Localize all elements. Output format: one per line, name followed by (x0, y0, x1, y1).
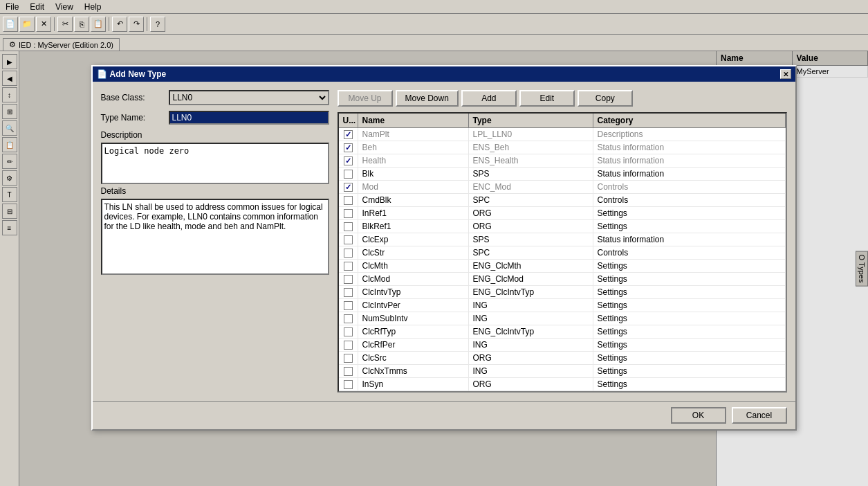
checkbox[interactable] (344, 380, 353, 389)
table-row[interactable]: ClcMthENG_ClcMthSettings (339, 260, 786, 273)
checkbox[interactable] (344, 183, 353, 192)
table-row[interactable]: ClcIntvTypENG_ClcIntvTypSettings (339, 286, 786, 299)
table-row[interactable]: NumSubIntvINGSettings (339, 312, 786, 325)
checkbox[interactable] (344, 367, 353, 376)
checkbox[interactable] (344, 341, 353, 350)
edit-button[interactable]: Edit (519, 90, 575, 107)
checkbox-cell[interactable] (339, 325, 358, 338)
toolbar-help-btn[interactable]: ? (150, 17, 165, 32)
table-row[interactable]: ModENC_ModControls (339, 181, 786, 194)
sidebar-btn-9[interactable]: T (2, 187, 17, 202)
sidebar-btn-8[interactable]: ⚙ (2, 170, 17, 186)
checkbox[interactable] (344, 275, 353, 284)
table-row[interactable]: InSynORGSettings (339, 378, 786, 391)
menu-help[interactable]: Help (82, 2, 104, 12)
toolbar-copy-btn[interactable]: ⎘ (74, 17, 89, 32)
menu-edit[interactable]: Edit (27, 2, 47, 12)
checkbox[interactable] (344, 249, 353, 258)
checkbox-cell[interactable] (339, 168, 358, 180)
checkbox-cell[interactable] (339, 141, 358, 154)
table-row[interactable]: BlkRef1ORGSettings (339, 220, 786, 233)
sidebar-btn-7[interactable]: ✏ (2, 154, 17, 169)
checkbox[interactable] (344, 196, 353, 205)
checkbox-cell[interactable] (339, 181, 358, 193)
cancel-button[interactable]: Cancel (732, 407, 787, 424)
checkbox[interactable] (344, 130, 353, 139)
checkbox[interactable] (344, 143, 353, 152)
table-row[interactable]: NamPltLPL_LLN0Descriptions (339, 128, 786, 141)
checkbox[interactable] (344, 301, 353, 310)
checkbox[interactable] (344, 354, 353, 363)
checkbox-cell[interactable] (339, 207, 358, 219)
checkbox-cell[interactable] (339, 194, 358, 206)
toolbar-new-btn[interactable]: 📄 (3, 17, 18, 32)
table-row[interactable]: CmdBlkSPCControls (339, 194, 786, 207)
copy-button[interactable]: Copy (578, 90, 633, 107)
checkbox[interactable] (344, 170, 353, 179)
checkbox-cell[interactable] (339, 339, 358, 351)
checkbox-cell[interactable] (339, 273, 358, 285)
sidebar-btn-5[interactable]: 🔍 (2, 120, 17, 136)
toolbar-cut-btn[interactable]: ✂ (57, 17, 73, 32)
table-row[interactable]: ClcStrSPCControls (339, 246, 786, 260)
add-button[interactable]: Add (461, 90, 517, 107)
sidebar-btn-1[interactable]: ▶ (2, 54, 17, 69)
dialog-close-button[interactable]: ✕ (780, 69, 791, 79)
toolbar-close-btn[interactable]: ✕ (36, 17, 51, 32)
toolbar-undo-btn[interactable]: ↶ (112, 17, 127, 32)
move-down-button[interactable]: Move Down (396, 90, 459, 107)
toolbar-sep-3 (147, 17, 147, 31)
table-row[interactable]: ClcRfTypENG_ClcIntvTypSettings (339, 325, 786, 339)
checkbox-cell[interactable] (339, 128, 358, 141)
checkbox-cell[interactable] (339, 378, 358, 390)
checkbox[interactable] (344, 314, 353, 323)
checkbox-cell[interactable] (339, 220, 358, 233)
checkbox-cell[interactable] (339, 260, 358, 272)
type-cell: ENC_Mod (469, 181, 593, 193)
table-row[interactable]: InRef1ORGSettings (339, 207, 786, 220)
sidebar-btn-3[interactable]: ↕ (2, 87, 17, 102)
table-row[interactable]: ClcModENG_ClcModSettings (339, 273, 786, 286)
checkbox-cell[interactable] (339, 299, 358, 312)
sidebar-btn-10[interactable]: ⊟ (2, 204, 17, 219)
sidebar-btn-11[interactable]: ≡ (2, 220, 17, 235)
checkbox[interactable] (344, 288, 353, 297)
checkbox[interactable] (344, 156, 353, 165)
checkbox-cell[interactable] (339, 312, 358, 325)
checkbox-cell[interactable] (339, 365, 358, 377)
menu-file[interactable]: File (3, 2, 21, 12)
type-name-input[interactable] (169, 111, 329, 125)
checkbox[interactable] (344, 235, 353, 244)
type-cell: ENS_Beh (469, 141, 593, 154)
checkbox-cell[interactable] (339, 352, 358, 364)
table-row[interactable]: BlkSPSStatus information (339, 168, 786, 181)
move-up-button[interactable]: Move Up (338, 90, 393, 107)
sidebar-btn-6[interactable]: 📋 (2, 137, 17, 152)
base-class-select[interactable]: LLN0 (169, 90, 329, 105)
table-row[interactable]: ClcSrcORGSettings (339, 352, 786, 365)
table-row[interactable]: ClcIntvPerINGSettings (339, 299, 786, 312)
table-row[interactable]: ClcRfPerINGSettings (339, 339, 786, 352)
table-row[interactable]: BehENS_BehStatus information (339, 141, 786, 154)
menu-view[interactable]: View (53, 2, 76, 12)
checkbox-cell[interactable] (339, 246, 358, 259)
checkbox[interactable] (344, 262, 353, 271)
checkbox[interactable] (344, 222, 353, 231)
table-row[interactable]: HealthENS_HealthStatus information (339, 154, 786, 168)
checkbox[interactable] (344, 327, 353, 336)
table-row[interactable]: ClcExpSPSStatus information (339, 233, 786, 246)
description-textarea[interactable] (101, 143, 329, 184)
toolbar-open-btn[interactable]: 📁 (19, 17, 35, 32)
ok-button[interactable]: OK (671, 407, 726, 424)
checkbox-cell[interactable] (339, 286, 358, 298)
checkbox[interactable] (344, 209, 353, 218)
toolbar-redo-btn[interactable]: ↷ (129, 17, 144, 32)
table-row[interactable]: ClcNxTmmsINGSettings (339, 365, 786, 378)
category-cell: Status information (593, 141, 786, 154)
sidebar-btn-2[interactable]: ◀ (2, 71, 17, 86)
sidebar-btn-4[interactable]: ⊞ (2, 104, 17, 119)
toolbar-paste-btn[interactable]: 📋 (91, 17, 106, 32)
checkbox-cell[interactable] (339, 154, 358, 167)
checkbox-cell[interactable] (339, 233, 358, 246)
tab-main[interactable]: ⚙ IED : MyServer (Edition 2.0) (3, 38, 120, 51)
